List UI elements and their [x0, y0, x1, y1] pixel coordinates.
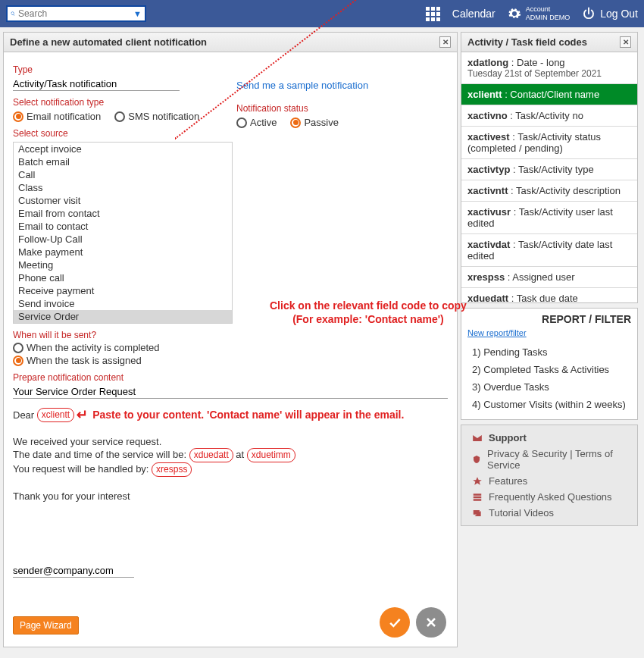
support-link[interactable]: Frequently Asked Questions — [464, 489, 634, 505]
calendar-label: Calendar — [452, 8, 496, 20]
radio-email[interactable]: Email notification — [13, 111, 101, 122]
close-icon — [424, 615, 439, 630]
field-code-item[interactable]: xdatlong : Date - longTuesday 21st of Se… — [461, 52, 637, 84]
field-codes-list[interactable]: xdatlong : Date - longTuesday 21st of Se… — [461, 52, 637, 302]
notification-dialog: Define a new automated client notificati… — [3, 32, 458, 647]
source-item[interactable]: Class — [14, 181, 232, 194]
source-label: Select source — [13, 128, 236, 139]
status-label: Notification status — [236, 103, 448, 114]
source-item[interactable]: Follow-Up Call — [14, 233, 232, 246]
code-pill-duedate[interactable]: xduedatt — [189, 448, 233, 462]
source-item[interactable]: Send invoice — [14, 297, 232, 310]
radio-passive[interactable]: Passive — [290, 117, 339, 128]
code-pill-client[interactable]: xclientt — [37, 408, 74, 422]
notif-type-label: Select notification type — [13, 97, 236, 108]
field-code-item[interactable]: xactivtyp : Task/Activity type — [461, 159, 637, 180]
support-panel: SupportPrivacy & Security | Terms of Ser… — [461, 425, 638, 526]
radio-when-assigned-label: When the task is assigned — [27, 355, 142, 366]
cancel-button[interactable] — [416, 607, 446, 638]
field-code-item[interactable]: xactivusr : Task/Activity user last edit… — [461, 202, 637, 234]
source-item[interactable]: Service Order — [14, 310, 232, 323]
report-list: 1) Pending Tasks2) Completed Tasks & Act… — [461, 340, 637, 419]
source-item[interactable]: Phone call — [14, 271, 232, 284]
field-code-item[interactable]: xactivdat : Task/Activity date last edit… — [461, 234, 637, 267]
subject-input[interactable] — [13, 384, 448, 399]
report-item[interactable]: 2) Completed Tasks & Activities — [464, 361, 634, 378]
field-code-item[interactable]: xactivno : Task/Activity no — [461, 105, 637, 127]
source-item[interactable]: Meeting — [14, 258, 232, 271]
prepare-label: Prepare notification content — [13, 372, 448, 383]
code-pill-resp[interactable]: xrespss — [152, 462, 192, 477]
field-code-item[interactable]: xduedatt : Task due date — [461, 288, 637, 302]
search-input[interactable] — [15, 8, 133, 20]
calendar-button[interactable]: Calendar — [452, 8, 496, 20]
body-line3a: You request will be handled by: — [13, 463, 148, 475]
annotation-paste-text: Paste to your content. 'Contact name' wi… — [92, 409, 404, 421]
logout-button[interactable]: Log Out — [582, 7, 638, 20]
radio-icon — [290, 118, 301, 128]
source-list[interactable]: Accept invoiceBatch emailCallClassCustom… — [13, 142, 233, 324]
message-body[interactable]: Dear xclientt ↵ Paste to your content. '… — [13, 408, 448, 503]
support-link[interactable]: Privacy & Security | Terms of Service — [464, 446, 634, 473]
field-code-item[interactable]: xclientt : Contact/Client name — [461, 84, 637, 105]
search-box[interactable]: ▼ — [6, 5, 146, 22]
radio-icon — [13, 111, 23, 122]
close-icon[interactable]: ✕ — [439, 36, 451, 48]
field-code-item[interactable]: xactivntt : Task/Activity description — [461, 180, 637, 202]
sender-input[interactable] — [13, 563, 134, 578]
body-line2mid: at — [236, 449, 244, 460]
apps-icon — [426, 7, 440, 21]
dialog-title: Define a new automated client notificati… — [10, 36, 207, 48]
source-item[interactable]: Receive payment — [14, 284, 232, 297]
when-label: When will it be sent? — [13, 330, 448, 340]
account-button[interactable]: Account ADMIN DEMO — [508, 5, 571, 22]
radio-when-completed-label: When the activity is completed — [27, 342, 160, 353]
radio-icon — [236, 118, 247, 128]
power-icon — [582, 7, 596, 20]
report-item[interactable]: 3) Overdue Tasks — [464, 378, 634, 396]
arrow-left-icon: ↵ — [77, 409, 88, 421]
chevron-down-icon[interactable]: ▼ — [133, 9, 142, 18]
radio-icon — [13, 356, 23, 366]
source-item[interactable]: Accept invoice — [14, 143, 232, 155]
radio-sms-label: SMS notification — [128, 111, 199, 122]
radio-sms[interactable]: SMS notification — [114, 111, 199, 122]
confirm-button[interactable] — [380, 607, 410, 638]
source-item[interactable]: Customer visit — [14, 194, 232, 207]
source-item[interactable]: Call — [14, 168, 232, 181]
source-item[interactable]: Shipment — [14, 323, 232, 324]
logout-label: Log Out — [600, 8, 638, 20]
sample-link[interactable]: Send me a sample notification — [236, 80, 368, 91]
report-item[interactable]: 4) Customer Visits (within 2 weeks) — [464, 396, 634, 413]
support-link[interactable]: Support — [464, 430, 634, 446]
report-item[interactable]: 1) Pending Tasks — [464, 343, 634, 361]
radio-active-label: Active — [250, 117, 277, 128]
radio-when-assigned[interactable]: When the task is assigned — [13, 355, 448, 366]
body-line2a: The date and time of the service will be… — [13, 449, 186, 460]
source-item[interactable]: Email to contact — [14, 220, 232, 233]
body-thanks: Thank you for your interest — [13, 490, 448, 503]
source-item[interactable]: Email from contact — [14, 207, 232, 220]
support-link[interactable]: Features — [464, 473, 634, 489]
apps-menu[interactable] — [426, 7, 440, 21]
support-list: SupportPrivacy & Security | Terms of Ser… — [461, 425, 637, 525]
close-icon[interactable]: ✕ — [620, 36, 631, 48]
page-wizard-button[interactable]: Page Wizard — [13, 616, 79, 634]
radio-when-completed[interactable]: When the activity is completed — [13, 342, 448, 353]
code-pill-duetime[interactable]: xduetimm — [247, 448, 295, 462]
support-link[interactable]: Tutorial Videos — [464, 505, 634, 521]
field-code-item[interactable]: xactivest : Task/Activity status (comple… — [461, 127, 637, 159]
new-report-link[interactable]: New report/filter — [461, 328, 533, 340]
body-greet: Dear — [13, 409, 34, 421]
radio-active[interactable]: Active — [236, 117, 277, 128]
radio-passive-label: Passive — [304, 117, 339, 128]
radio-email-label: Email notification — [27, 111, 101, 122]
check-icon — [387, 615, 402, 630]
radio-icon — [13, 343, 23, 353]
field-code-item[interactable]: xrespss : Assigned user — [461, 267, 637, 288]
source-item[interactable]: Make payment — [14, 246, 232, 258]
gear-icon — [508, 7, 521, 20]
report-filter-panel: REPORT / FILTER New report/filter 1) Pen… — [461, 308, 638, 420]
report-filter-title: REPORT / FILTER — [461, 309, 637, 327]
source-item[interactable]: Batch email — [14, 155, 232, 168]
